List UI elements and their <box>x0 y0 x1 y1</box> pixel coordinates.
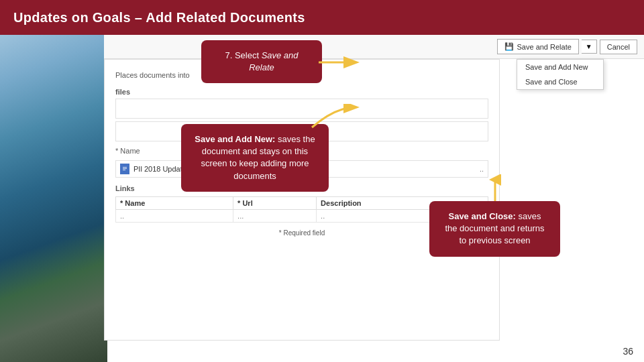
save-relate-button[interactable]: 💾 Save and Relate <box>497 39 579 54</box>
dropdown-menu: Save and Add New Save and Close <box>517 59 604 90</box>
svg-rect-1 <box>123 167 127 168</box>
url-cell: ... <box>233 210 317 223</box>
url-name-cell: .. <box>116 210 233 223</box>
header-bar: Updates on Goals – Add Related Documents <box>0 0 644 35</box>
arrow-to-button <box>319 52 362 72</box>
save-relate-label: Save and Relate <box>517 43 572 51</box>
svg-rect-3 <box>123 170 125 170</box>
page-number: 36 <box>623 346 633 357</box>
col-name: * Name <box>116 197 233 210</box>
callout-select-text: 7. Select Save and Relate <box>225 50 298 72</box>
places-documents-label: Places documents into <box>115 71 203 79</box>
arrow-to-add-new <box>309 104 362 131</box>
background-image <box>0 0 107 362</box>
cancel-button[interactable]: Cancel <box>600 40 637 54</box>
dropdown-item-save-close[interactable]: Save and Close <box>517 74 603 89</box>
dropdown-item-save-add-new[interactable]: Save and Add New <box>517 60 603 74</box>
toolbar: 💾 Save and Relate ▼ Cancel <box>104 35 644 59</box>
file-icon <box>120 164 129 174</box>
callout-add-new-text: Save and Add New: saves the document and… <box>195 134 315 181</box>
files-section-label: files <box>115 88 488 96</box>
callout-save-add-new: Save and Add New: saves the document and… <box>181 124 329 192</box>
callout-save-close: Save and Close: saves the document and r… <box>429 201 560 257</box>
page-title: Updates on Goals – Add Related Documents <box>13 10 305 25</box>
file-input-row-1 <box>115 99 488 119</box>
arrow-to-close <box>482 174 508 204</box>
form-area: Places documents into General files * Na… <box>104 59 500 341</box>
callout-close-text: Save and Close: saves the document and r… <box>445 211 544 245</box>
svg-rect-2 <box>123 168 127 169</box>
save-icon: 💾 <box>504 42 514 51</box>
save-relate-dropdown[interactable]: ▼ <box>582 40 597 54</box>
callout-select-save-relate: 7. Select Save and Relate <box>201 40 322 83</box>
file-action: .. <box>480 165 484 173</box>
chevron-down-icon: ▼ <box>586 43 592 50</box>
col-url: * Url <box>233 197 317 210</box>
